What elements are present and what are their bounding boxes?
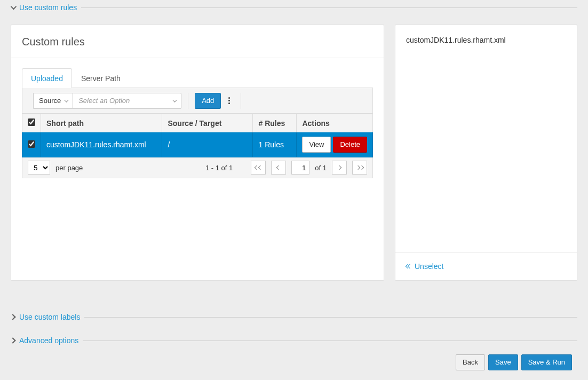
selected-filename: customJDK11.rules.rhamt.xml xyxy=(406,36,566,44)
section-title: Use custom rules xyxy=(19,3,77,12)
page-number-input[interactable] xyxy=(291,161,309,175)
chevron-down-icon xyxy=(11,4,17,10)
page-range: 1 - 1 of 1 xyxy=(205,164,233,172)
delete-button[interactable]: Delete xyxy=(333,137,367,153)
col-rules: # Rules xyxy=(253,114,297,132)
back-button[interactable]: Back xyxy=(456,354,485,370)
table-row[interactable]: customJDK11.rules.rhamt.xml / 1 Rules Vi… xyxy=(22,132,373,157)
section-advanced-options[interactable]: Advanced options xyxy=(11,336,577,345)
divider xyxy=(188,93,188,109)
section-custom-rules[interactable]: Use custom rules xyxy=(11,0,577,12)
section-custom-labels[interactable]: Use custom labels xyxy=(11,313,577,321)
row-checkbox[interactable] xyxy=(28,140,35,148)
tab-server-path[interactable]: Server Path xyxy=(72,68,130,88)
custom-rules-panel: Custom rules Uploaded Server Path Source… xyxy=(11,25,384,281)
col-actions: Actions xyxy=(297,114,373,132)
pagination: 5 per page 1 - 1 of 1 of 1 xyxy=(22,157,373,178)
last-page-button[interactable] xyxy=(352,161,367,175)
divider xyxy=(81,7,577,8)
section-title: Advanced options xyxy=(19,336,78,345)
source-filter-select[interactable]: Select an Option xyxy=(73,93,181,109)
first-page-button[interactable] xyxy=(251,161,266,175)
cell-rules: 1 Rules xyxy=(253,132,297,157)
divider xyxy=(241,93,241,109)
panel-title: Custom rules xyxy=(11,25,384,58)
selection-panel: customJDK11.rules.rhamt.xml Unselect xyxy=(395,25,577,281)
cell-source-target: / xyxy=(162,132,253,157)
add-button[interactable]: Add xyxy=(195,93,221,109)
chevron-right-icon xyxy=(10,314,15,320)
unselect-label: Unselect xyxy=(415,262,443,271)
prev-page-button[interactable] xyxy=(271,161,286,175)
save-button[interactable]: Save xyxy=(488,354,518,370)
view-button[interactable]: View xyxy=(302,137,331,153)
source-filter-button[interactable]: Source xyxy=(33,93,73,109)
toolbar: Source Select an Option Add xyxy=(22,88,373,114)
chevron-down-icon xyxy=(172,98,177,102)
source-filter-label: Source xyxy=(39,97,61,105)
tab-uploaded[interactable]: Uploaded xyxy=(22,68,72,88)
page-total: of 1 xyxy=(315,164,327,172)
footer-actions: Back Save Save & Run xyxy=(456,354,572,370)
rules-table: Short path Source / Target # Rules Actio… xyxy=(22,114,373,157)
col-short-path: Short path xyxy=(41,114,162,132)
select-placeholder: Select an Option xyxy=(78,97,130,105)
section-title: Use custom labels xyxy=(19,313,80,321)
kebab-menu[interactable] xyxy=(224,94,234,107)
select-all-checkbox[interactable] xyxy=(28,118,35,126)
next-page-button[interactable] xyxy=(332,161,347,175)
divider xyxy=(83,341,577,341)
cell-short-path: customJDK11.rules.rhamt.xml xyxy=(41,132,162,157)
save-and-run-button[interactable]: Save & Run xyxy=(521,354,572,370)
unselect-link[interactable]: Unselect xyxy=(406,262,566,271)
double-chevron-left-icon xyxy=(406,265,410,268)
per-page-select[interactable]: 5 xyxy=(28,161,50,175)
col-source-target: Source / Target xyxy=(162,114,253,132)
divider xyxy=(84,317,577,318)
per-page-label: per page xyxy=(55,164,83,172)
chevron-right-icon xyxy=(10,337,15,343)
tabs: Uploaded Server Path xyxy=(22,68,373,88)
chevron-down-icon xyxy=(64,98,68,102)
